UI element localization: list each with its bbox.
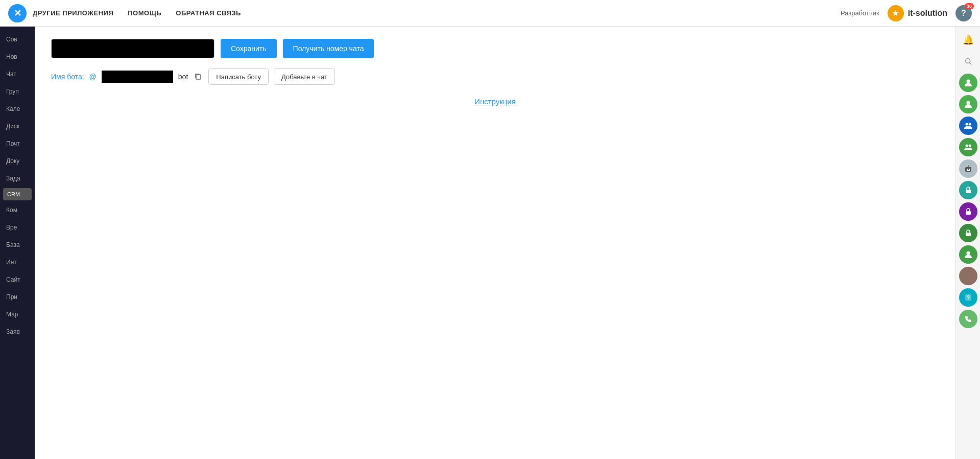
sidebar-item-3[interactable]: Груп [0, 83, 35, 100]
sidebar-item-0[interactable]: Сов [0, 31, 35, 48]
token-input[interactable] [51, 39, 214, 58]
write-bot-button[interactable]: Написать боту [208, 68, 269, 85]
nav-right: Разработчик ★ it-solution ? 36 [841, 5, 972, 21]
right-icon-search[interactable] [959, 52, 977, 71]
svg-point-10 [966, 169, 967, 170]
svg-rect-15 [966, 190, 971, 193]
bot-name-value [102, 71, 173, 83]
svg-point-5 [965, 123, 968, 126]
sidebar-item-1[interactable]: Нов [0, 48, 35, 65]
save-button[interactable]: Сохранить [221, 39, 277, 58]
close-icon: ✕ [14, 9, 21, 18]
svg-point-6 [968, 123, 971, 126]
notification-badge: 36 [965, 3, 974, 9]
instruction-link[interactable]: Инструкция [51, 97, 939, 106]
sidebar-item-6[interactable]: Почт [0, 135, 35, 152]
sidebar-item-7[interactable]: Доку [0, 152, 35, 170]
right-icon-lock2[interactable] [959, 202, 977, 221]
main-container: Сов Нов Чат Груп Кале Диск Почт Доку Зад… [0, 27, 980, 459]
right-icon-bell[interactable]: 🔔 [959, 31, 977, 49]
nav-left: ✕ ДРУГИЕ ПРИЛОЖЕНИЯ ПОМОЩЬ ОБРАТНАЯ СВЯЗ… [8, 4, 241, 22]
brand-text: it-solution [908, 9, 947, 18]
token-input-row: Сохранить Получить номер чата [51, 39, 939, 58]
svg-rect-0 [196, 75, 201, 79]
question-icon: ? [961, 9, 966, 18]
help-button[interactable]: ? 36 [955, 5, 972, 21]
sidebar-item-4[interactable]: Кале [0, 100, 35, 118]
svg-rect-12 [967, 170, 970, 171]
right-icon-group1[interactable] [959, 117, 977, 135]
right-icon-group2[interactable] [959, 138, 977, 156]
sidebar-item-15[interactable]: При [0, 288, 35, 306]
right-icon-question[interactable]: ? [959, 288, 977, 307]
content-area: Сохранить Получить номер чата Имя бота: … [35, 27, 955, 459]
svg-line-2 [969, 63, 971, 65]
developer-label: Разработчик [841, 9, 879, 17]
svg-rect-16 [966, 211, 971, 215]
get-chat-number-button[interactable]: Получить номер чата [283, 39, 374, 58]
svg-text:?: ? [966, 295, 969, 301]
right-icon-lock1[interactable] [959, 181, 977, 199]
nav-item-feedback[interactable]: ОБРАТНАЯ СВЯЗЬ [176, 9, 241, 17]
top-navigation: ✕ ДРУГИЕ ПРИЛОЖЕНИЯ ПОМОЩЬ ОБРАТНАЯ СВЯЗ… [0, 0, 980, 27]
bot-suffix: bot [178, 73, 188, 81]
menu-toggle-button[interactable]: ✕ [8, 4, 27, 22]
svg-rect-9 [965, 167, 971, 172]
svg-point-18 [966, 251, 970, 255]
nav-items: ДРУГИЕ ПРИЛОЖЕНИЯ ПОМОЩЬ ОБРАТНАЯ СВЯЗЬ [33, 9, 241, 17]
nav-item-help[interactable]: ПОМОЩЬ [128, 9, 161, 17]
brand-logo: ★ it-solution [888, 5, 947, 21]
right-icon-avatar[interactable] [959, 267, 977, 285]
right-sidebar: 🔔 [955, 27, 980, 459]
left-sidebar: Сов Нов Чат Груп Кале Диск Почт Доку Зад… [0, 27, 35, 459]
right-icon-user2[interactable] [959, 95, 977, 113]
sidebar-item-crm[interactable]: CRM [3, 188, 32, 200]
sidebar-item-14[interactable]: Сайт [0, 271, 35, 288]
bot-name-label: Имя бота: [51, 73, 84, 81]
svg-point-3 [966, 80, 970, 83]
add-to-chat-button[interactable]: Добавьте в чат [274, 68, 335, 85]
sidebar-item-2[interactable]: Чат [0, 65, 35, 83]
svg-point-8 [968, 145, 971, 147]
svg-point-7 [965, 145, 968, 147]
right-icon-phone[interactable] [959, 310, 977, 328]
svg-rect-17 [966, 233, 971, 236]
brand-icon: ★ [888, 5, 904, 21]
right-icon-user3[interactable] [959, 245, 977, 264]
nav-item-other-apps[interactable]: ДРУГИЕ ПРИЛОЖЕНИЯ [33, 9, 113, 17]
bot-name-row: Имя бота: @ bot Написать боту Добавьте в… [51, 68, 939, 85]
right-icon-lock3[interactable] [959, 224, 977, 242]
sidebar-item-5[interactable]: Диск [0, 118, 35, 135]
sidebar-item-12[interactable]: База [0, 236, 35, 254]
sidebar-item-10[interactable]: Ком [0, 201, 35, 219]
svg-point-14 [967, 165, 969, 166]
copy-icon[interactable] [193, 72, 203, 82]
sidebar-item-16[interactable]: Мар [0, 306, 35, 323]
sidebar-item-13[interactable]: Инт [0, 254, 35, 271]
svg-point-11 [968, 169, 969, 170]
sidebar-item-11[interactable]: Вре [0, 219, 35, 236]
right-icon-user1[interactable] [959, 74, 977, 92]
svg-point-4 [966, 101, 970, 105]
sidebar-item-17[interactable]: Заяв [0, 323, 35, 340]
right-icon-bot[interactable] [959, 159, 977, 178]
bot-name-at: @ [89, 73, 97, 81]
sidebar-item-8[interactable]: Зада [0, 170, 35, 187]
